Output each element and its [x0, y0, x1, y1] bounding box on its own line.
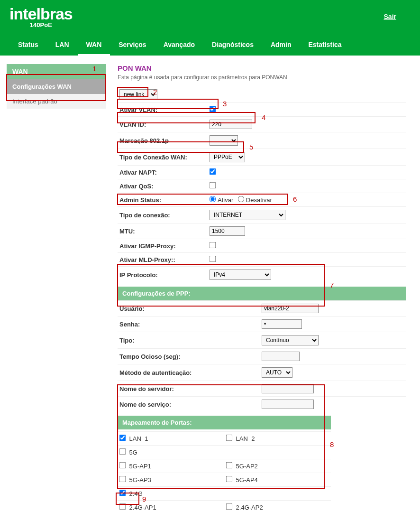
port-checkbox-2.4G-AP1[interactable]: 2.4G-AP1 — [119, 504, 156, 511]
conn-type-label: Tipo de conexão: — [119, 212, 210, 219]
nav-item-admin[interactable]: Admin — [262, 35, 300, 56]
annotation-5: 5 — [249, 143, 253, 151]
annotation-6: 6 — [293, 195, 297, 203]
main-nav: StatusLANWANServiçosAvançadoDiagnósticos… — [9, 32, 411, 56]
logout-link[interactable]: Sair — [384, 13, 396, 20]
nav-item-diagnósticos[interactable]: Diagnósticos — [203, 35, 262, 56]
nav-item-status[interactable]: Status — [9, 35, 47, 56]
admin-status-disable[interactable]: Desativar — [238, 196, 272, 204]
enable-vlan-label: Ativar VLAN: — [119, 106, 210, 113]
ppp-section-head: Configurações de PPP: — [118, 287, 406, 300]
vlan-id-label: VLAN ID: — [119, 121, 210, 128]
annotation-8: 8 — [330, 440, 334, 448]
mld-checkbox[interactable] — [210, 256, 216, 262]
wan-conn-type-select[interactable]: PPPoE — [210, 152, 245, 162]
page-title: PON WAN — [118, 64, 406, 72]
page-desc: Esta página é usada para configurar os p… — [118, 74, 406, 81]
port-checkbox-LAN_1[interactable]: LAN_1 — [119, 435, 148, 442]
nav-item-avançado[interactable]: Avançado — [155, 35, 203, 56]
nav-item-estatística[interactable]: Estatística — [300, 35, 350, 56]
ppp-pass-label: Senha: — [119, 321, 262, 328]
nav-item-serviços[interactable]: Serviços — [110, 35, 155, 56]
sidebar: WAN Configurações WANInterface padrão — [7, 64, 106, 109]
ppp-pass-input[interactable] — [262, 319, 302, 329]
ppp-user-input[interactable] — [262, 304, 319, 313]
ppp-server-name-label: Nome do servidor: — [119, 385, 262, 392]
admin-status-label: Admin Status: — [119, 196, 210, 204]
sidebar-item[interactable]: Configurações WAN — [7, 79, 106, 94]
annotation-1: 1 — [92, 65, 96, 73]
ppp-type-select[interactable]: Contínuo — [262, 335, 319, 345]
sidebar-head: WAN — [7, 64, 106, 79]
ppp-auth-label: Método de autenticação: — [119, 369, 262, 376]
port-checkbox-2.4G[interactable]: 2.4G — [119, 490, 143, 497]
port-checkbox-5G[interactable]: 5G — [119, 449, 137, 456]
ppp-service-name-label: Nome do serviço: — [119, 401, 262, 408]
conn-type-select[interactable]: INTERNET — [210, 210, 285, 220]
brand-block: intelbras 140PoE — [9, 5, 73, 28]
annotation-7: 7 — [330, 281, 334, 289]
annotation-9: 9 — [142, 495, 146, 503]
mtu-input[interactable] — [210, 226, 245, 236]
sidebar-item[interactable]: Interface padrão — [7, 94, 106, 109]
ppp-service-name-input[interactable] — [262, 400, 314, 409]
main-content: PON WAN Esta página é usada para configu… — [106, 56, 420, 512]
ppp-user-label: Usuário: — [119, 305, 262, 312]
igmp-label: Ativar IGMP-Proxy: — [119, 242, 210, 250]
annotation-3: 3 — [223, 100, 227, 108]
port-checkbox-5G-AP4[interactable]: 5G-AP4 — [226, 476, 258, 484]
ppp-idle-label: Tempo Ocioso (seg): — [119, 353, 262, 360]
ports-section-head: Mapeamento de Portas: — [118, 416, 331, 429]
app-header: intelbras 140PoE Sair StatusLANWANServiç… — [0, 0, 420, 56]
port-checkbox-LAN_2[interactable]: LAN_2 — [226, 435, 255, 442]
ports-table: LAN_1 LAN_2 5G 5G-AP1 5G-AP2 5G-AP3 5G-A… — [118, 431, 331, 512]
ip-proto-select[interactable]: IPv4 — [210, 270, 271, 280]
napt-label: Ativar NAPT: — [119, 169, 210, 176]
annotation-4: 4 — [262, 113, 265, 121]
ppp-idle-input[interactable] — [262, 352, 300, 361]
model-label: 140PoE — [30, 21, 52, 28]
marking-label: Marcação 802.1p — [119, 137, 210, 144]
marking-select[interactable] — [210, 135, 238, 146]
enable-vlan-checkbox[interactable] — [210, 106, 216, 112]
link-select[interactable]: new link — [119, 89, 157, 100]
vlan-id-input[interactable] — [210, 120, 252, 129]
port-checkbox-5G-AP2[interactable]: 5G-AP2 — [226, 463, 258, 470]
mld-label: Ativar MLD-Proxy:: — [119, 256, 210, 263]
brand-logo: intelbras — [9, 5, 73, 23]
napt-checkbox[interactable] — [210, 168, 216, 175]
ip-proto-label: IP Protocolo: — [119, 271, 210, 279]
port-checkbox-2.4G-AP2[interactable]: 2.4G-AP2 — [226, 504, 263, 511]
ppp-server-name-input[interactable] — [262, 384, 314, 393]
mtu-label: MTU: — [119, 228, 210, 235]
port-checkbox-5G-AP1[interactable]: 5G-AP1 — [119, 463, 151, 470]
igmp-checkbox[interactable] — [210, 242, 216, 249]
wan-conn-type-label: Tipo de Conexão WAN: — [119, 154, 210, 161]
nav-item-lan[interactable]: LAN — [47, 35, 78, 56]
port-checkbox-5G-AP3[interactable]: 5G-AP3 — [119, 476, 151, 484]
nav-item-wan[interactable]: WAN — [78, 35, 110, 56]
ppp-type-label: Tipo: — [119, 337, 262, 344]
qos-checkbox[interactable] — [210, 182, 216, 189]
annotation-2: 2 — [153, 88, 157, 96]
ppp-auth-select[interactable]: AUTO — [262, 367, 292, 378]
admin-status-enable[interactable]: Ativar — [210, 196, 233, 204]
qos-label: Ativar QoS: — [119, 183, 210, 190]
